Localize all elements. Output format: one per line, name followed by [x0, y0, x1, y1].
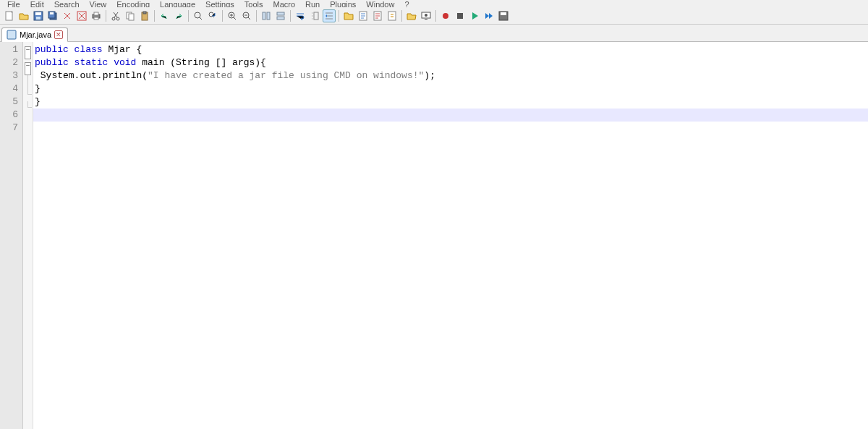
svg-point-31 — [425, 14, 427, 17]
menu-language[interactable]: Language — [156, 0, 200, 7]
code-line[interactable] — [33, 109, 868, 122]
line-number: 3 — [4, 69, 18, 82]
code-line[interactable] — [33, 122, 868, 135]
svg-rect-24 — [277, 17, 284, 20]
fold-toggle-icon[interactable]: − — [25, 62, 31, 75]
fold-column: −− — [23, 42, 33, 429]
code-line[interactable]: } — [33, 82, 868, 95]
folder-open-icon[interactable] — [405, 9, 418, 22]
menu-plugins[interactable]: Plugins — [326, 0, 360, 7]
menu-[interactable]: ? — [400, 0, 413, 7]
menu-window[interactable]: Window — [362, 0, 399, 7]
cut-icon[interactable] — [109, 9, 122, 22]
svg-point-11 — [112, 17, 115, 20]
editor: 1234567 −− public class Mjar {public sta… — [0, 42, 868, 429]
save-macro-icon[interactable] — [497, 9, 510, 22]
menu-encoding[interactable]: Encoding — [112, 0, 154, 7]
menu-tools[interactable]: Tools — [240, 0, 268, 7]
svg-rect-36 — [7, 30, 16, 39]
find-icon[interactable] — [192, 9, 205, 22]
svg-rect-33 — [457, 13, 463, 19]
file-tab[interactable]: Mjar.java ✕ — [1, 27, 68, 42]
zoom-out-icon[interactable] — [240, 9, 253, 22]
svg-rect-16 — [143, 12, 146, 14]
fold-cell: − — [23, 46, 33, 59]
menu-bar: FileEditSearchViewEncodingLanguageSettin… — [0, 0, 868, 7]
replace-icon[interactable] — [206, 9, 219, 22]
menu-edit[interactable]: Edit — [26, 0, 48, 7]
menu-run[interactable]: Run — [301, 0, 324, 7]
doc-icon[interactable] — [357, 9, 370, 22]
sync-h-icon[interactable] — [274, 9, 287, 22]
redo-icon[interactable] — [172, 9, 185, 22]
file-tab-icon — [7, 30, 17, 40]
line-number: 1 — [4, 43, 18, 56]
toolbar-separator — [256, 10, 257, 22]
line-number: 7 — [4, 122, 18, 135]
undo-icon[interactable] — [158, 9, 171, 22]
monitor-icon[interactable] — [420, 9, 433, 22]
indent-guide-icon[interactable] — [323, 9, 336, 22]
fold-cell — [23, 75, 33, 88]
sync-v-icon[interactable] — [260, 9, 273, 22]
line-number-gutter: 1234567 — [0, 42, 23, 429]
svg-rect-9 — [94, 12, 98, 15]
file-tab-label: Mjar.java — [20, 30, 51, 39]
code-line[interactable]: public static void main (String [] args)… — [33, 56, 868, 69]
svg-rect-2 — [35, 12, 41, 15]
fast-forward-icon[interactable] — [482, 9, 495, 22]
menu-macro[interactable]: Macro — [268, 0, 299, 7]
toolbar-separator — [154, 10, 155, 22]
menu-view[interactable]: View — [85, 0, 111, 7]
menu-settings[interactable]: Settings — [201, 0, 239, 7]
zoom-in-icon[interactable] — [226, 9, 239, 22]
doc2-icon[interactable] — [371, 9, 384, 22]
svg-rect-28 — [388, 12, 396, 20]
fold-cell — [23, 114, 33, 127]
word-wrap-icon[interactable] — [294, 9, 307, 22]
fold-cell: − — [23, 62, 33, 75]
code-area[interactable]: public class Mjar {public static void ma… — [33, 42, 868, 429]
svg-rect-0 — [6, 12, 12, 20]
svg-rect-14 — [129, 14, 134, 20]
show-all-chars-icon[interactable] — [308, 9, 321, 22]
save-all-icon[interactable] — [46, 9, 59, 22]
svg-rect-25 — [314, 12, 318, 20]
paste-icon[interactable] — [138, 9, 151, 22]
menu-file[interactable]: File — [3, 0, 25, 7]
line-number: 5 — [4, 95, 18, 109]
toolbar-separator — [290, 10, 291, 22]
svg-point-17 — [195, 12, 200, 18]
close-icon[interactable] — [61, 9, 74, 22]
close-tab-icon[interactable]: ✕ — [54, 30, 63, 39]
toolbar-separator — [435, 10, 436, 22]
code-line[interactable]: } — [33, 95, 868, 109]
fold-toggle-icon[interactable]: − — [25, 46, 31, 59]
copy-icon[interactable] — [124, 9, 137, 22]
svg-rect-23 — [277, 12, 284, 15]
play-icon[interactable] — [468, 9, 481, 22]
folder-icon[interactable] — [342, 9, 355, 22]
toolbar-separator — [222, 10, 223, 22]
save-icon[interactable] — [32, 9, 45, 22]
stop-icon[interactable] — [454, 9, 467, 22]
menu-search[interactable]: Search — [50, 0, 84, 7]
svg-rect-30 — [425, 19, 427, 20]
toolbar-separator — [401, 10, 402, 22]
function-list-icon[interactable] — [386, 9, 399, 22]
line-number: 6 — [4, 109, 18, 122]
new-file-icon[interactable] — [3, 9, 16, 22]
fold-cell — [23, 101, 33, 114]
tab-bar: Mjar.java ✕ — [0, 25, 868, 42]
code-line[interactable]: System.out.println("I have created a jar… — [33, 69, 868, 82]
record-icon[interactable] — [439, 9, 452, 22]
svg-rect-21 — [263, 12, 265, 20]
open-file-icon[interactable] — [17, 9, 30, 22]
svg-rect-10 — [94, 17, 98, 20]
fold-cell — [23, 88, 33, 101]
code-line[interactable]: public class Mjar { — [33, 43, 868, 56]
print-icon[interactable] — [90, 9, 103, 22]
svg-rect-6 — [50, 12, 54, 14]
svg-rect-3 — [36, 17, 41, 20]
close-all-icon[interactable] — [75, 9, 88, 22]
